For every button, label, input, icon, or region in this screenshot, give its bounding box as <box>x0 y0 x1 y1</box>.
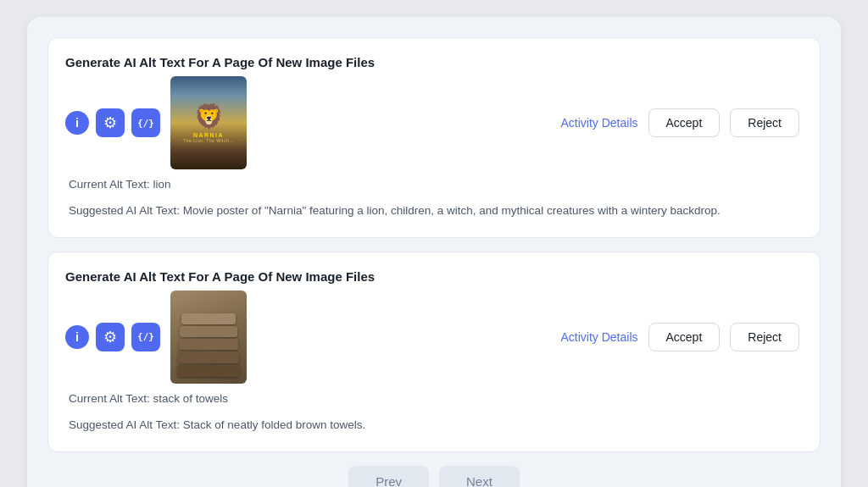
hub-icon-2[interactable]: ⚙ <box>96 323 125 351</box>
accept-button-1[interactable]: Accept <box>648 108 721 137</box>
info-icon-2[interactable]: i <box>65 325 89 349</box>
card-2-left-icons: i ⚙ {/} <box>65 323 160 351</box>
card-2-text: Current Alt Text: stack of towels Sugges… <box>65 384 799 434</box>
card-2-suggested-alt: Suggested AI Alt Text: Stack of neatly f… <box>69 416 799 434</box>
reject-button-2[interactable]: Reject <box>730 323 799 351</box>
card-1-image: 🦁 NARNIA The Lion, The Witch... <box>170 76 247 169</box>
next-button[interactable]: Next <box>439 466 520 487</box>
card-2-title: Generate AI Alt Text For A Page Of New I… <box>65 269 799 284</box>
pagination: Prev Next <box>47 466 821 487</box>
info-icon-1[interactable]: i <box>65 111 89 135</box>
card-1-actions: Activity Details Accept Reject <box>560 108 799 137</box>
card-2-actions: Activity Details Accept Reject <box>560 323 799 351</box>
hub-icon-1[interactable]: ⚙ <box>96 108 125 137</box>
reject-button-1[interactable]: Reject <box>730 108 799 137</box>
card-1-suggested-alt: Suggested AI Alt Text: Movie poster of "… <box>69 202 799 220</box>
card-1-current-alt: Current Alt Text: lion <box>69 176 799 193</box>
activity-details-link-1[interactable]: Activity Details <box>560 116 637 130</box>
card-1: Generate AI Alt Text For A Page Of New I… <box>47 37 821 238</box>
code-icon-1[interactable]: {/} <box>131 108 160 137</box>
card-1-text: Current Alt Text: lion Suggested AI Alt … <box>65 169 799 220</box>
card-2: Generate AI Alt Text For A Page Of New I… <box>47 252 821 452</box>
main-container: Generate AI Alt Text For A Page Of New I… <box>27 17 841 487</box>
card-1-title: Generate AI Alt Text For A Page Of New I… <box>65 55 799 69</box>
prev-button[interactable]: Prev <box>348 466 429 487</box>
activity-details-link-2[interactable]: Activity Details <box>560 330 637 344</box>
code-icon-2[interactable]: {/} <box>131 323 160 351</box>
card-2-image <box>170 291 247 384</box>
accept-button-2[interactable]: Accept <box>648 323 721 351</box>
card-1-left-icons: i ⚙ {/} <box>65 108 160 137</box>
card-2-current-alt: Current Alt Text: stack of towels <box>69 390 799 407</box>
